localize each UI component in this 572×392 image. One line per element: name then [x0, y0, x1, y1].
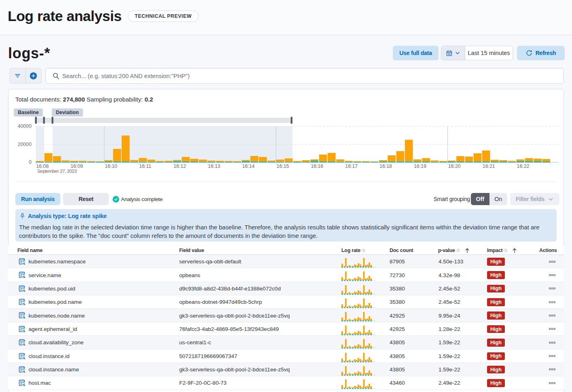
svg-text:0: 0: [29, 159, 32, 165]
svg-text:16:19: 16:19: [414, 163, 426, 169]
svg-text:16:18: 16:18: [379, 163, 392, 169]
svg-text:40000: 40000: [18, 123, 32, 129]
svg-text:16:16: 16:16: [311, 163, 323, 169]
svg-text:16:20: 16:20: [448, 163, 461, 169]
svg-text:?: ?: [362, 249, 364, 252]
svg-text:?: ?: [505, 249, 506, 252]
svg-text:16:14: 16:14: [242, 163, 255, 169]
svg-text:16:17: 16:17: [345, 163, 358, 169]
svg-text:16:21: 16:21: [483, 163, 495, 169]
svg-text:16:13: 16:13: [208, 163, 220, 169]
svg-text:16:12: 16:12: [174, 163, 186, 169]
svg-text:16:11: 16:11: [139, 163, 151, 169]
svg-text:16:22: 16:22: [517, 163, 530, 169]
svg-text:16:15: 16:15: [277, 163, 289, 169]
svg-text:September 27, 2023: September 27, 2023: [37, 168, 77, 174]
svg-text:20000: 20000: [18, 142, 32, 147]
svg-text:16:10: 16:10: [105, 163, 117, 169]
svg-text:?: ?: [457, 249, 459, 252]
